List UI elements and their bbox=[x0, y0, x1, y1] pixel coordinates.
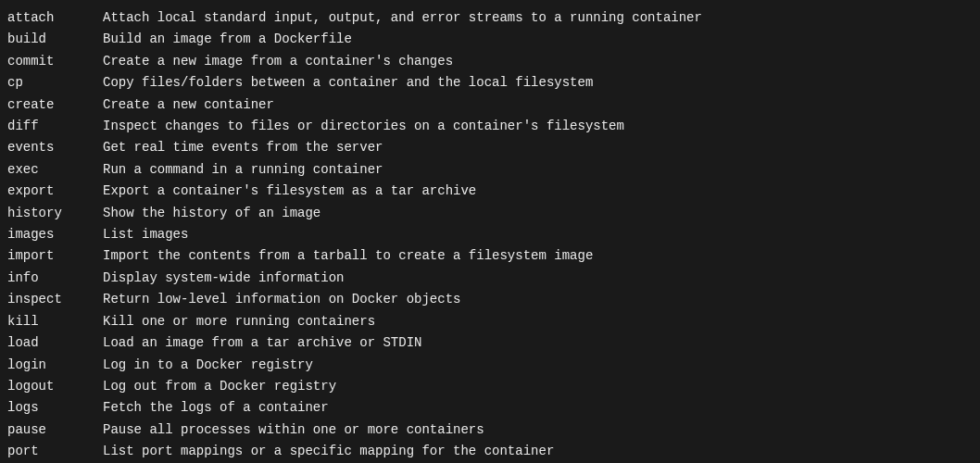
command-name: load bbox=[7, 332, 103, 354]
command-name: build bbox=[7, 29, 103, 50]
command-name: history bbox=[7, 203, 103, 224]
command-description: Export a container's filesystem as a tar… bbox=[103, 183, 476, 198]
command-name: events bbox=[7, 137, 103, 158]
command-row: historyShow the history of an image bbox=[7, 203, 973, 224]
command-row: exportExport a container's filesystem as… bbox=[7, 181, 973, 202]
command-row: logoutLog out from a Docker registry bbox=[7, 376, 973, 397]
command-row: execRun a command in a running container bbox=[7, 159, 973, 181]
command-row: importImport the contents from a tarball… bbox=[7, 245, 973, 267]
command-description: Import the contents from a tarball to cr… bbox=[103, 248, 593, 263]
command-name: logout bbox=[7, 376, 103, 397]
command-description: Display system-wide information bbox=[103, 270, 344, 285]
command-row: imagesList images bbox=[7, 224, 973, 245]
command-description: Show the history of an image bbox=[103, 206, 320, 220]
command-row: cpCopy files/folders between a container… bbox=[7, 72, 973, 94]
command-row: buildBuild an image from a Dockerfile bbox=[7, 29, 973, 50]
command-description: Run a command in a running container bbox=[103, 162, 383, 177]
command-row: inspectReturn low-level information on D… bbox=[7, 289, 973, 310]
command-row: loginLog in to a Docker registry bbox=[7, 355, 973, 376]
command-name: info bbox=[7, 268, 103, 289]
command-name: diff bbox=[7, 116, 103, 137]
command-row: loadLoad an image from a tar archive or … bbox=[7, 332, 973, 354]
command-name: logs bbox=[7, 397, 103, 419]
command-name: attach bbox=[7, 7, 103, 29]
command-description: List images bbox=[103, 227, 188, 242]
command-row: createCreate a new container bbox=[7, 94, 973, 116]
command-name: export bbox=[7, 181, 103, 202]
command-row: pausePause all processes within one or m… bbox=[7, 419, 973, 441]
command-description: Create a new container bbox=[103, 97, 274, 112]
command-row: diffInspect changes to files or director… bbox=[7, 116, 973, 137]
command-description: Attach local standard input, output, and… bbox=[103, 10, 702, 25]
command-row: logsFetch the logs of a container bbox=[7, 397, 973, 419]
command-description: Return low-level information on Docker o… bbox=[103, 292, 460, 307]
command-name: pause bbox=[7, 419, 103, 441]
command-name: commit bbox=[7, 51, 103, 72]
command-description: Load an image from a tar archive or STDI… bbox=[103, 335, 421, 350]
command-name: exec bbox=[7, 159, 103, 181]
command-description: Inspect changes to files or directories … bbox=[103, 119, 624, 133]
command-row: commitCreate a new image from a containe… bbox=[7, 51, 973, 72]
command-name: create bbox=[7, 94, 103, 116]
command-description: Log in to a Docker registry bbox=[103, 357, 313, 372]
command-description: Copy files/folders between a container a… bbox=[103, 75, 593, 90]
terminal-output: attachAttach local standard input, outpu… bbox=[7, 7, 973, 463]
command-row: portList port mappings or a specific map… bbox=[7, 441, 973, 462]
command-description: List port mappings or a specific mapping… bbox=[103, 444, 554, 458]
command-name: kill bbox=[7, 311, 103, 332]
command-row: eventsGet real time events from the serv… bbox=[7, 137, 973, 158]
command-description: Log out from a Docker registry bbox=[103, 379, 336, 394]
command-row: infoDisplay system-wide information bbox=[7, 268, 973, 289]
command-description: Fetch the logs of a container bbox=[103, 400, 329, 415]
command-description: Create a new image from a container's ch… bbox=[103, 54, 453, 69]
command-name: cp bbox=[7, 72, 103, 94]
command-name: port bbox=[7, 441, 103, 462]
command-name: import bbox=[7, 245, 103, 267]
command-name: images bbox=[7, 224, 103, 245]
command-description: Build an image from a Dockerfile bbox=[103, 31, 352, 46]
command-description: Get real time events from the server bbox=[103, 140, 383, 155]
command-name: login bbox=[7, 355, 103, 376]
command-description: Kill one or more running containers bbox=[103, 314, 375, 329]
command-row: attachAttach local standard input, outpu… bbox=[7, 7, 973, 29]
command-row: killKill one or more running containers bbox=[7, 311, 973, 332]
command-name: inspect bbox=[7, 289, 103, 310]
command-description: Pause all processes within one or more c… bbox=[103, 422, 484, 437]
